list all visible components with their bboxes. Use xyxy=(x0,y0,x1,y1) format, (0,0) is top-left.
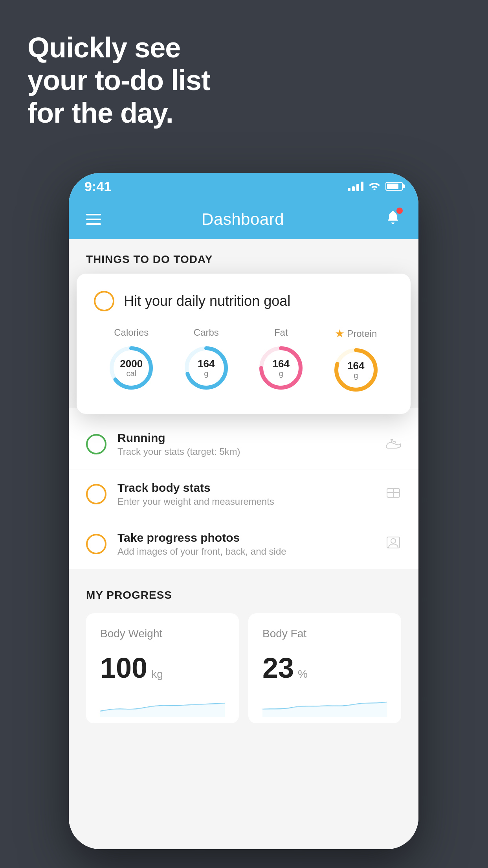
macro-carbs-circle: 164 g xyxy=(183,344,230,392)
phone-frame: 9:41 Dashboard xyxy=(69,173,418,849)
body-weight-card-title: Body Weight xyxy=(100,627,225,640)
todo-item-running[interactable]: Running Track your stats (target: 5km) xyxy=(69,419,418,469)
macro-carbs-label: Carbs xyxy=(194,327,219,338)
nutrition-card-header: Hit your daily nutrition goal xyxy=(94,291,393,311)
notification-button[interactable] xyxy=(385,209,401,230)
macro-carbs-value: 164 xyxy=(198,358,215,370)
shoe-icon xyxy=(385,436,401,453)
wifi-icon xyxy=(368,180,381,193)
menu-button[interactable] xyxy=(86,214,101,225)
macro-carbs-unit: g xyxy=(198,369,215,378)
progress-cards: Body Weight 100 kg Body Fat xyxy=(86,613,401,723)
body-fat-chart xyxy=(262,693,387,717)
svg-point-13 xyxy=(391,539,396,543)
macro-calories-label: Calories xyxy=(114,327,149,338)
todo-list: Running Track your stats (target: 5km) T… xyxy=(69,408,418,569)
todo-bodystats-title: Track body stats xyxy=(117,481,374,495)
person-icon xyxy=(385,535,401,553)
status-icons xyxy=(348,180,403,193)
macro-calories-unit: cal xyxy=(120,369,143,378)
macro-protein-label: Protein xyxy=(347,328,377,339)
macro-fat: Fat 164 g xyxy=(257,327,305,392)
todo-photos-text: Take progress photos Add images of your … xyxy=(117,531,374,557)
svg-point-0 xyxy=(374,189,376,190)
todo-running-text: Running Track your stats (target: 5km) xyxy=(117,431,374,457)
status-bar: 9:41 xyxy=(69,173,418,200)
progress-card-body-weight[interactable]: Body Weight 100 kg xyxy=(86,613,239,723)
body-weight-unit: kg xyxy=(151,668,163,680)
things-section-header: THINGS TO DO TODAY xyxy=(69,239,418,274)
nutrition-card[interactable]: Hit your daily nutrition goal Calories 2… xyxy=(77,274,411,414)
phone-content: THINGS TO DO TODAY Hit your daily nutrit… xyxy=(69,239,418,849)
todo-item-body-stats[interactable]: Track body stats Enter your weight and m… xyxy=(69,469,418,519)
todo-photos-circle xyxy=(86,534,106,554)
macro-carbs: Carbs 164 g xyxy=(183,327,230,392)
todo-running-circle xyxy=(86,434,106,454)
star-icon: ★ xyxy=(335,327,345,340)
status-time: 9:41 xyxy=(84,179,111,194)
hero-line2: your to-do list xyxy=(28,64,210,97)
hero-line3: for the day. xyxy=(28,97,210,129)
todo-running-subtitle: Track your stats (target: 5km) xyxy=(117,446,374,457)
macro-protein: ★ Protein 164 g xyxy=(332,327,380,394)
macro-protein-label-wrapper: ★ Protein xyxy=(335,327,377,340)
macro-fat-value: 164 xyxy=(273,358,290,370)
macro-calories-circle: 2000 cal xyxy=(108,344,155,392)
progress-section: MY PROGRESS Body Weight 100 kg xyxy=(69,569,418,735)
macro-protein-unit: g xyxy=(347,371,364,380)
macro-fat-label: Fat xyxy=(274,327,288,338)
todo-item-progress-photos[interactable]: Take progress photos Add images of your … xyxy=(69,519,418,569)
signal-bars-icon xyxy=(348,182,363,191)
header-title: Dashboard xyxy=(202,210,284,229)
things-section-title: THINGS TO DO TODAY xyxy=(86,253,213,265)
nutrition-macros: Calories 2000 cal Carbs xyxy=(94,327,393,394)
macro-protein-circle: 164 g xyxy=(332,346,380,394)
body-fat-number: 23 xyxy=(262,652,294,684)
battery-icon xyxy=(385,182,403,191)
body-weight-chart xyxy=(100,693,225,717)
todo-bodystats-circle xyxy=(86,484,106,504)
hero-text: Quickly see your to-do list for the day. xyxy=(28,31,210,129)
body-weight-number: 100 xyxy=(100,652,147,684)
scale-icon xyxy=(385,485,401,503)
todo-bodystats-subtitle: Enter your weight and measurements xyxy=(117,496,374,507)
macro-fat-unit: g xyxy=(273,369,290,378)
body-fat-unit: % xyxy=(298,668,308,680)
body-fat-card-title: Body Fat xyxy=(262,627,387,640)
notification-badge xyxy=(396,208,403,214)
nutrition-check-circle[interactable] xyxy=(94,291,114,311)
body-weight-value-wrapper: 100 kg xyxy=(100,652,225,684)
progress-section-title: MY PROGRESS xyxy=(86,589,401,601)
macro-calories: Calories 2000 cal xyxy=(108,327,155,392)
todo-bodystats-text: Track body stats Enter your weight and m… xyxy=(117,481,374,507)
hero-line1: Quickly see xyxy=(28,31,210,64)
macro-fat-circle: 164 g xyxy=(257,344,305,392)
macro-calories-value: 2000 xyxy=(120,358,143,370)
todo-running-title: Running xyxy=(117,431,374,445)
todo-photos-subtitle: Add images of your front, back, and side xyxy=(117,546,374,557)
nutrition-card-title: Hit your daily nutrition goal xyxy=(124,293,290,309)
body-fat-value-wrapper: 23 % xyxy=(262,652,387,684)
macro-protein-value: 164 xyxy=(347,360,364,372)
app-header: Dashboard xyxy=(69,200,418,239)
progress-card-body-fat[interactable]: Body Fat 23 % xyxy=(248,613,401,723)
todo-photos-title: Take progress photos xyxy=(117,531,374,544)
